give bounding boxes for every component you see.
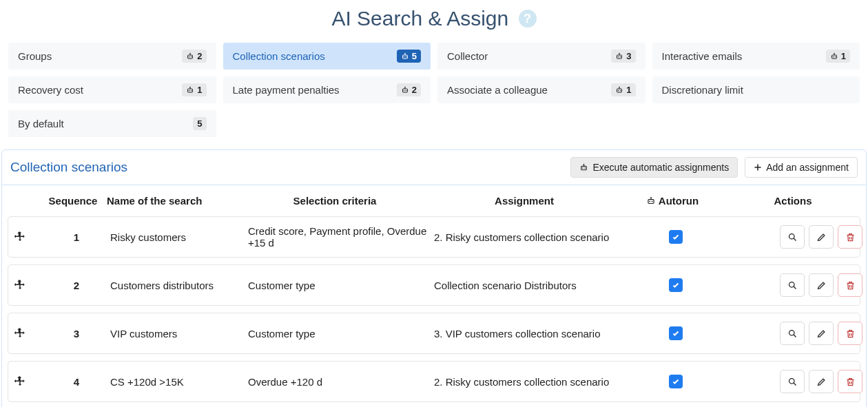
check-icon [672,329,680,337]
drag-handle[interactable] [11,279,45,291]
sequence-value: 3 [45,328,107,340]
svg-line-48 [794,286,796,289]
svg-point-9 [404,52,406,54]
svg-line-50 [794,335,796,337]
autorun-cell [624,326,727,340]
view-button[interactable] [780,370,805,393]
tab-count: 2 [412,85,417,95]
edit-button[interactable] [809,225,834,249]
autorun-checkbox[interactable] [669,278,683,292]
robot-icon [401,52,409,61]
drag-handle[interactable] [11,327,45,340]
tab-interactive-emails[interactable]: Interactive emails1 [652,43,860,70]
search-icon [787,232,798,242]
search-name: CS +120d >15K [107,376,245,388]
execute-assignments-button[interactable]: Execute automatic assignments [570,157,738,178]
delete-button[interactable] [838,225,862,249]
assignments-panel: Collection scenarios Execute automatic a… [1,149,867,407]
criteria-value: Customer type [245,328,431,340]
svg-point-17 [835,56,836,57]
tab-associate-a-colleague[interactable]: Associate a colleague1 [437,76,645,103]
help-icon[interactable]: ? [519,10,537,28]
robot-icon [579,163,588,172]
view-button[interactable] [780,225,805,249]
trash-icon [845,280,856,291]
table-row: 1Risky customersCredit score, Payment pr… [8,216,860,258]
trash-icon [845,377,856,387]
add-assignment-button[interactable]: Add an assignment [745,157,858,178]
tab-groups[interactable]: Groups2 [8,43,216,70]
col-assignment: Assignment [428,195,621,207]
trash-icon [845,232,856,242]
tab-count: 1 [841,51,846,61]
tab-count: 5 [197,118,202,129]
delete-button[interactable] [838,273,862,297]
svg-point-12 [620,56,621,57]
svg-rect-5 [402,55,407,59]
tab-discretionary-limit[interactable]: Discretionary limit [652,76,860,103]
svg-rect-20 [188,89,193,92]
sequence-value: 4 [45,376,107,388]
autorun-cell [624,375,727,388]
svg-rect-10 [617,55,622,59]
execute-assignments-label: Execute automatic assignments [592,162,729,173]
delete-button[interactable] [838,322,862,345]
svg-point-16 [833,56,834,57]
search-icon [787,377,798,387]
tab-count: 5 [412,51,417,61]
row-actions [727,322,865,345]
drag-handle[interactable] [11,375,45,388]
table-row: 4CS +120d >15KOverdue +120 d2. Risky cus… [8,361,860,402]
assignment-value: Collection scenario Distributors [431,280,624,291]
tab-badge: 2 [182,50,206,63]
autorun-checkbox[interactable] [669,326,683,340]
svg-point-42 [652,201,653,202]
tab-badge: 1 [826,50,850,63]
panel-header: Collection scenarios Execute automatic a… [2,150,866,185]
tabs: Groups2Collection scenarios5Collector3In… [8,43,860,137]
delete-button[interactable] [838,370,862,393]
search-name: Customers distributors [107,280,245,291]
tab-late-payment-penalties[interactable]: Late payment penalties2 [223,76,431,103]
svg-point-36 [583,167,584,169]
tab-count: 1 [197,85,202,95]
svg-point-47 [789,282,794,287]
tab-label: Associate a colleague [447,84,548,96]
add-assignment-label: Add an assignment [766,162,849,173]
tab-count: 1 [626,85,631,95]
tab-count: 3 [626,51,631,61]
tab-recovery-cost[interactable]: Recovery cost1 [8,76,216,103]
autorun-checkbox[interactable] [669,375,683,388]
sequence-value: 2 [45,280,107,291]
move-icon [14,231,43,243]
svg-point-21 [189,90,190,91]
search-icon [787,280,798,291]
check-icon [672,377,680,386]
drag-handle[interactable] [11,231,45,243]
check-icon [672,281,680,289]
svg-rect-30 [617,89,622,92]
view-button[interactable] [780,322,805,345]
tab-collector[interactable]: Collector3 [437,43,645,70]
autorun-checkbox[interactable] [669,230,683,244]
tab-badge: 1 [182,83,206,96]
svg-point-39 [583,163,585,165]
svg-point-24 [190,86,192,87]
move-icon [14,327,43,340]
col-sequence: Sequence [42,195,104,207]
robot-icon [646,196,656,206]
edit-button[interactable] [809,370,834,393]
tab-badge: 2 [397,83,421,96]
edit-button[interactable] [809,322,834,345]
tab-label: By default [18,118,64,129]
tab-by-default[interactable]: By default5 [8,110,216,137]
tab-collection-scenarios[interactable]: Collection scenarios5 [223,43,431,70]
criteria-value: Customer type [245,280,431,291]
assignment-value: 2. Risky customers collection scenario [431,376,624,388]
view-button[interactable] [780,273,805,297]
page-title-text: AI Search & Assign [331,7,508,30]
edit-button[interactable] [809,273,834,297]
svg-point-22 [191,90,192,91]
svg-rect-25 [402,89,407,92]
tab-label: Late payment penalties [233,84,340,96]
